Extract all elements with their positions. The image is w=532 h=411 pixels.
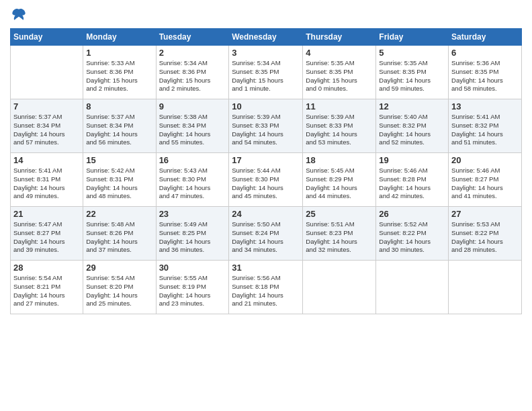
calendar-cell: 10Sunrise: 5:39 AM Sunset: 8:33 PM Dayli… bbox=[229, 99, 303, 153]
calendar-header-tuesday: Tuesday bbox=[156, 29, 229, 46]
day-info: Sunrise: 5:34 AM Sunset: 8:35 PM Dayligh… bbox=[232, 59, 300, 93]
calendar-cell: 29Sunrise: 5:54 AM Sunset: 8:20 PM Dayli… bbox=[83, 261, 156, 314]
day-number: 1 bbox=[86, 48, 152, 58]
day-info: Sunrise: 5:37 AM Sunset: 8:34 PM Dayligh… bbox=[86, 113, 152, 147]
day-number: 24 bbox=[232, 209, 300, 219]
day-number: 21 bbox=[13, 209, 80, 219]
day-number: 8 bbox=[86, 101, 152, 111]
day-info: Sunrise: 5:47 AM Sunset: 8:27 PM Dayligh… bbox=[13, 220, 80, 255]
day-number: 18 bbox=[306, 155, 373, 165]
day-info: Sunrise: 5:54 AM Sunset: 8:21 PM Dayligh… bbox=[13, 274, 80, 308]
calendar-week-2: 7Sunrise: 5:37 AM Sunset: 8:34 PM Daylig… bbox=[11, 99, 522, 153]
calendar-cell bbox=[303, 261, 376, 314]
day-number: 3 bbox=[232, 48, 300, 58]
calendar: SundayMondayTuesdayWednesdayThursdayFrid… bbox=[10, 28, 522, 314]
day-info: Sunrise: 5:39 AM Sunset: 8:33 PM Dayligh… bbox=[232, 113, 300, 147]
day-number: 13 bbox=[451, 101, 519, 111]
calendar-week-3: 14Sunrise: 5:41 AM Sunset: 8:31 PM Dayli… bbox=[11, 153, 522, 207]
calendar-header-wednesday: Wednesday bbox=[229, 29, 303, 46]
calendar-cell: 30Sunrise: 5:55 AM Sunset: 8:19 PM Dayli… bbox=[156, 261, 229, 314]
calendar-cell: 2Sunrise: 5:34 AM Sunset: 8:36 PM Daylig… bbox=[156, 46, 229, 99]
page: SundayMondayTuesdayWednesdayThursdayFrid… bbox=[0, 0, 532, 411]
day-info: Sunrise: 5:50 AM Sunset: 8:24 PM Dayligh… bbox=[232, 220, 300, 255]
day-info: Sunrise: 5:51 AM Sunset: 8:23 PM Dayligh… bbox=[306, 220, 373, 255]
day-number: 22 bbox=[86, 209, 152, 219]
day-info: Sunrise: 5:35 AM Sunset: 8:35 PM Dayligh… bbox=[306, 59, 373, 93]
calendar-cell bbox=[11, 46, 83, 99]
day-number: 23 bbox=[159, 209, 226, 219]
header bbox=[10, 7, 522, 24]
day-info: Sunrise: 5:39 AM Sunset: 8:33 PM Dayligh… bbox=[306, 113, 373, 147]
day-number: 10 bbox=[232, 101, 300, 111]
day-info: Sunrise: 5:38 AM Sunset: 8:34 PM Dayligh… bbox=[159, 113, 226, 147]
calendar-cell: 19Sunrise: 5:46 AM Sunset: 8:28 PM Dayli… bbox=[376, 153, 449, 207]
day-info: Sunrise: 5:37 AM Sunset: 8:34 PM Dayligh… bbox=[13, 113, 80, 147]
day-info: Sunrise: 5:35 AM Sunset: 8:35 PM Dayligh… bbox=[379, 59, 445, 93]
calendar-cell: 18Sunrise: 5:45 AM Sunset: 8:29 PM Dayli… bbox=[303, 153, 376, 207]
calendar-cell: 16Sunrise: 5:43 AM Sunset: 8:30 PM Dayli… bbox=[156, 153, 229, 207]
calendar-week-5: 28Sunrise: 5:54 AM Sunset: 8:21 PM Dayli… bbox=[11, 261, 522, 314]
calendar-cell: 22Sunrise: 5:48 AM Sunset: 8:26 PM Dayli… bbox=[83, 207, 156, 261]
day-number: 12 bbox=[379, 101, 445, 111]
day-info: Sunrise: 5:43 AM Sunset: 8:30 PM Dayligh… bbox=[159, 167, 226, 201]
day-info: Sunrise: 5:48 AM Sunset: 8:26 PM Dayligh… bbox=[86, 220, 152, 255]
day-number: 6 bbox=[451, 48, 519, 58]
day-info: Sunrise: 5:44 AM Sunset: 8:30 PM Dayligh… bbox=[232, 167, 300, 201]
day-info: Sunrise: 5:46 AM Sunset: 8:28 PM Dayligh… bbox=[379, 167, 445, 201]
day-number: 27 bbox=[451, 209, 519, 219]
calendar-cell: 14Sunrise: 5:41 AM Sunset: 8:31 PM Dayli… bbox=[11, 153, 83, 207]
calendar-cell: 4Sunrise: 5:35 AM Sunset: 8:35 PM Daylig… bbox=[303, 46, 376, 99]
calendar-header-saturday: Saturday bbox=[449, 29, 522, 46]
day-info: Sunrise: 5:41 AM Sunset: 8:31 PM Dayligh… bbox=[13, 167, 80, 201]
day-info: Sunrise: 5:52 AM Sunset: 8:22 PM Dayligh… bbox=[379, 220, 445, 255]
day-number: 16 bbox=[159, 155, 226, 165]
calendar-cell: 28Sunrise: 5:54 AM Sunset: 8:21 PM Dayli… bbox=[11, 261, 83, 314]
calendar-cell: 15Sunrise: 5:42 AM Sunset: 8:31 PM Dayli… bbox=[83, 153, 156, 207]
calendar-cell: 24Sunrise: 5:50 AM Sunset: 8:24 PM Dayli… bbox=[229, 207, 303, 261]
day-info: Sunrise: 5:42 AM Sunset: 8:31 PM Dayligh… bbox=[86, 167, 152, 201]
day-info: Sunrise: 5:53 AM Sunset: 8:22 PM Dayligh… bbox=[451, 220, 519, 255]
day-number: 9 bbox=[159, 101, 226, 111]
calendar-cell: 1Sunrise: 5:33 AM Sunset: 8:36 PM Daylig… bbox=[83, 46, 156, 99]
calendar-cell: 25Sunrise: 5:51 AM Sunset: 8:23 PM Dayli… bbox=[303, 207, 376, 261]
calendar-cell: 12Sunrise: 5:40 AM Sunset: 8:32 PM Dayli… bbox=[376, 99, 449, 153]
day-info: Sunrise: 5:55 AM Sunset: 8:19 PM Dayligh… bbox=[159, 274, 226, 308]
calendar-header-thursday: Thursday bbox=[303, 29, 376, 46]
day-info: Sunrise: 5:41 AM Sunset: 8:32 PM Dayligh… bbox=[451, 113, 519, 147]
calendar-week-1: 1Sunrise: 5:33 AM Sunset: 8:36 PM Daylig… bbox=[11, 46, 522, 99]
calendar-cell: 8Sunrise: 5:37 AM Sunset: 8:34 PM Daylig… bbox=[83, 99, 156, 153]
calendar-cell: 7Sunrise: 5:37 AM Sunset: 8:34 PM Daylig… bbox=[11, 99, 83, 153]
day-info: Sunrise: 5:36 AM Sunset: 8:35 PM Dayligh… bbox=[451, 59, 519, 93]
day-info: Sunrise: 5:45 AM Sunset: 8:29 PM Dayligh… bbox=[306, 167, 373, 201]
day-number: 11 bbox=[306, 101, 373, 111]
day-info: Sunrise: 5:40 AM Sunset: 8:32 PM Dayligh… bbox=[379, 113, 445, 147]
day-info: Sunrise: 5:49 AM Sunset: 8:25 PM Dayligh… bbox=[159, 220, 226, 255]
day-info: Sunrise: 5:56 AM Sunset: 8:18 PM Dayligh… bbox=[232, 274, 300, 308]
calendar-cell: 5Sunrise: 5:35 AM Sunset: 8:35 PM Daylig… bbox=[376, 46, 449, 99]
day-number: 4 bbox=[306, 48, 373, 58]
calendar-header-sunday: Sunday bbox=[11, 29, 83, 46]
day-number: 15 bbox=[86, 155, 152, 165]
day-number: 17 bbox=[232, 155, 300, 165]
calendar-cell: 3Sunrise: 5:34 AM Sunset: 8:35 PM Daylig… bbox=[229, 46, 303, 99]
calendar-header-monday: Monday bbox=[83, 29, 156, 46]
day-number: 19 bbox=[379, 155, 445, 165]
calendar-cell: 23Sunrise: 5:49 AM Sunset: 8:25 PM Dayli… bbox=[156, 207, 229, 261]
day-number: 25 bbox=[306, 209, 373, 219]
calendar-cell bbox=[376, 261, 449, 314]
calendar-cell: 9Sunrise: 5:38 AM Sunset: 8:34 PM Daylig… bbox=[156, 99, 229, 153]
calendar-header-friday: Friday bbox=[376, 29, 449, 46]
day-info: Sunrise: 5:34 AM Sunset: 8:36 PM Dayligh… bbox=[159, 59, 226, 93]
calendar-cell: 27Sunrise: 5:53 AM Sunset: 8:22 PM Dayli… bbox=[449, 207, 522, 261]
day-info: Sunrise: 5:54 AM Sunset: 8:20 PM Dayligh… bbox=[86, 274, 152, 308]
logo bbox=[10, 7, 26, 24]
calendar-cell: 31Sunrise: 5:56 AM Sunset: 8:18 PM Dayli… bbox=[229, 261, 303, 314]
calendar-cell: 21Sunrise: 5:47 AM Sunset: 8:27 PM Dayli… bbox=[11, 207, 83, 261]
day-number: 2 bbox=[159, 48, 226, 58]
calendar-header-row: SundayMondayTuesdayWednesdayThursdayFrid… bbox=[11, 29, 522, 46]
day-number: 26 bbox=[379, 209, 445, 219]
day-number: 30 bbox=[159, 263, 226, 273]
day-number: 31 bbox=[232, 263, 300, 273]
calendar-cell bbox=[449, 261, 522, 314]
calendar-cell: 13Sunrise: 5:41 AM Sunset: 8:32 PM Dayli… bbox=[449, 99, 522, 153]
